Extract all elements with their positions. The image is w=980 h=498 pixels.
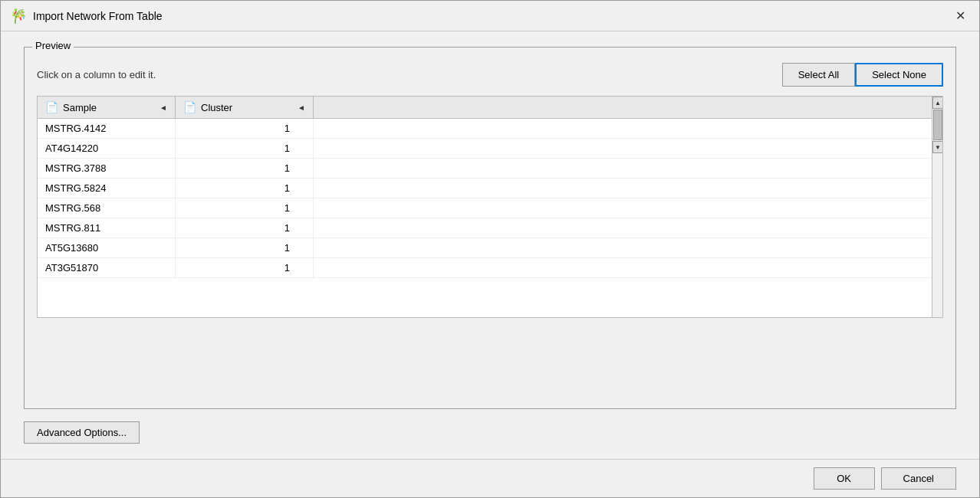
data-table: 📄 Sample ◄ 📄 Cluster ◄ MSTRG.41421AT4G14… bbox=[37, 96, 943, 318]
cluster-cell: 1 bbox=[176, 119, 314, 138]
advanced-options-button[interactable]: Advanced Options... bbox=[24, 421, 140, 444]
scroll-down-button[interactable]: ▼ bbox=[932, 141, 943, 153]
window-title: Import Network From Table bbox=[33, 10, 163, 22]
preview-label: Preview bbox=[32, 40, 74, 51]
title-bar-left: 🎋 Import Network From Table bbox=[10, 8, 163, 25]
cluster-column-header[interactable]: 📄 Cluster ◄ bbox=[176, 97, 314, 118]
cluster-cell: 1 bbox=[176, 258, 314, 277]
sample-cell: AT4G14220 bbox=[38, 139, 176, 158]
bottom-bar: OK Cancel bbox=[1, 459, 979, 497]
sample-cell: MSTRG.3788 bbox=[38, 159, 176, 178]
scroll-up-button[interactable]: ▲ bbox=[932, 97, 943, 109]
table-row[interactable]: AT3G518701 bbox=[38, 258, 942, 278]
cluster-cell: 1 bbox=[176, 179, 314, 198]
sample-cell: MSTRG.568 bbox=[38, 198, 176, 218]
sample-col-label: Sample bbox=[63, 102, 97, 113]
sample-cell: MSTRG.811 bbox=[38, 218, 176, 238]
select-all-button[interactable]: Select All bbox=[782, 63, 855, 87]
app-icon: 🎋 bbox=[10, 8, 27, 25]
table-header: 📄 Sample ◄ 📄 Cluster ◄ bbox=[38, 97, 942, 119]
cluster-col-label: Cluster bbox=[201, 102, 232, 113]
empty-cell bbox=[314, 238, 942, 257]
cluster-cell: 1 bbox=[176, 218, 314, 238]
empty-cell bbox=[314, 218, 942, 238]
empty-cell bbox=[314, 139, 942, 158]
table-row[interactable]: MSTRG.8111 bbox=[38, 218, 942, 238]
cluster-col-icon: 📄 bbox=[183, 101, 196, 113]
table-row[interactable]: AT5G136801 bbox=[38, 238, 942, 258]
empty-col-header bbox=[314, 97, 932, 118]
table-row[interactable]: MSTRG.58241 bbox=[38, 179, 942, 198]
preview-group: Preview Click on a column to edit it. Se… bbox=[24, 47, 956, 409]
scroll-thumb[interactable] bbox=[933, 110, 942, 140]
preview-toolbar: Click on a column to edit it. Select All… bbox=[37, 63, 943, 87]
select-none-button[interactable]: Select None bbox=[855, 63, 943, 87]
cluster-cell: 1 bbox=[176, 238, 314, 257]
sample-column-header[interactable]: 📄 Sample ◄ bbox=[38, 97, 176, 118]
sample-col-arrow: ◄ bbox=[159, 103, 167, 112]
sample-cell: AT5G13680 bbox=[38, 238, 176, 257]
cluster-col-arrow: ◄ bbox=[298, 103, 305, 112]
sample-cell: MSTRG.5824 bbox=[38, 179, 176, 198]
empty-cell bbox=[314, 119, 942, 138]
toolbar-buttons: Select All Select None bbox=[782, 63, 943, 87]
column-hint: Click on a column to edit it. bbox=[37, 69, 156, 80]
main-window: 🎋 Import Network From Table ✕ Preview Cl… bbox=[0, 0, 980, 498]
table-row[interactable]: MSTRG.41421 bbox=[38, 119, 942, 139]
ok-button[interactable]: OK bbox=[814, 467, 875, 490]
empty-cell bbox=[314, 179, 942, 198]
empty-cell bbox=[314, 198, 942, 218]
cluster-cell: 1 bbox=[176, 198, 314, 218]
scrollbar: ▲ ▼ bbox=[932, 97, 942, 317]
table-row[interactable]: MSTRG.37881 bbox=[38, 159, 942, 179]
sample-cell: MSTRG.4142 bbox=[38, 119, 176, 138]
table-body[interactable]: MSTRG.41421AT4G142201MSTRG.37881MSTRG.58… bbox=[38, 119, 942, 317]
table-row[interactable]: MSTRG.5681 bbox=[38, 198, 942, 218]
cluster-cell: 1 bbox=[176, 139, 314, 158]
empty-cell bbox=[314, 258, 942, 277]
window-content: Preview Click on a column to edit it. Se… bbox=[1, 31, 979, 459]
cluster-cell: 1 bbox=[176, 159, 314, 178]
table-row[interactable]: AT4G142201 bbox=[38, 139, 942, 159]
sample-col-icon: 📄 bbox=[45, 101, 58, 113]
close-button[interactable]: ✕ bbox=[951, 7, 970, 25]
title-bar: 🎋 Import Network From Table ✕ bbox=[1, 1, 979, 31]
sample-cell: AT3G51870 bbox=[38, 258, 176, 277]
cancel-button[interactable]: Cancel bbox=[881, 467, 956, 490]
empty-cell bbox=[314, 159, 942, 178]
